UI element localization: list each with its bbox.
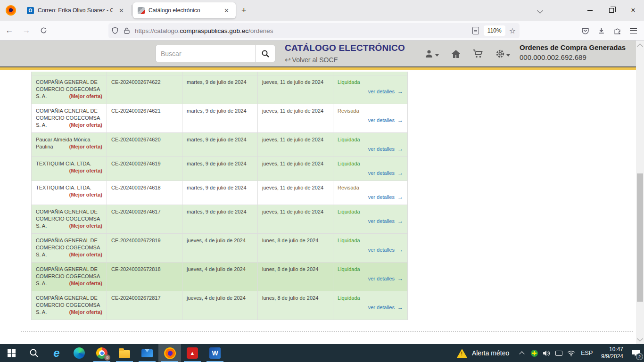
order-code-cell: CE-20240002674622 xyxy=(107,75,182,104)
taskbar-search-button[interactable] xyxy=(23,344,45,362)
search-button[interactable] xyxy=(256,45,275,62)
reload-icon[interactable] xyxy=(36,24,51,38)
windows-logo-icon xyxy=(8,349,16,357)
scroll-down-icon[interactable] xyxy=(637,336,643,342)
notification-center-button[interactable]: 2 xyxy=(628,344,644,362)
new-tab-button[interactable]: + xyxy=(237,6,251,16)
ver-detalles-link[interactable]: ver detalles→ xyxy=(368,146,403,153)
forward-icon[interactable]: → xyxy=(19,24,34,38)
issue-date-cell: martes, 9 de julio de 2024 xyxy=(182,75,257,104)
scrollbar-thumb[interactable] xyxy=(637,173,643,302)
reader-mode-icon[interactable] xyxy=(472,27,479,34)
arrow-right-icon: → xyxy=(397,117,403,123)
pocket-icon[interactable] xyxy=(577,24,593,38)
downloads-icon[interactable] xyxy=(593,24,609,38)
supplier-cell: Paucar Almeida Mónica Paulina (Mejor ofe… xyxy=(31,133,107,156)
cart-icon[interactable] xyxy=(473,49,483,58)
bookmark-star-icon[interactable]: ☆ xyxy=(509,26,516,35)
chrome-button[interactable]: G xyxy=(91,344,113,362)
date: 9/9/2024 xyxy=(601,353,623,360)
ver-detalles-link[interactable]: ver detalles→ xyxy=(368,117,403,124)
page-title: CATÁLOGO ELECTRÓNICO xyxy=(285,43,405,53)
ver-detalles-link[interactable]: ver detalles→ xyxy=(368,194,403,201)
file-explorer-button[interactable] xyxy=(113,344,136,362)
weather-widget[interactable]: Alerta méteo xyxy=(450,344,516,362)
ver-detalles-link[interactable]: ver detalles→ xyxy=(368,275,403,282)
extensions-puzzle-icon[interactable] xyxy=(609,24,625,38)
acrobat-button[interactable]: ▲ xyxy=(181,344,204,362)
shield-icon[interactable] xyxy=(111,27,119,34)
cast-display-icon[interactable] xyxy=(553,344,565,362)
mail-button[interactable] xyxy=(136,344,158,362)
search-icon xyxy=(29,348,39,358)
status-cell: Liquidada ver detalles→ xyxy=(333,157,408,181)
ver-detalles-link[interactable]: ver detalles→ xyxy=(368,170,403,177)
tab-title: Correo: Erika Olivo Suarez - Out xyxy=(38,7,113,14)
zoom-level-button[interactable]: 110% xyxy=(484,25,505,36)
order-code-cell: CE-20240002674618 xyxy=(107,181,182,205)
tab-catalogo[interactable]: Catálogo electrónico ✕ xyxy=(133,2,236,18)
order-row: Paucar Almeida Mónica Paulina (Mejor ofe… xyxy=(31,133,408,157)
url-text[interactable]: https://catalogo.compraspublicas.gob.ec/… xyxy=(135,27,472,34)
page-scrollbar[interactable] xyxy=(636,41,644,345)
status-badge: Liquidada xyxy=(338,79,403,86)
ver-detalles-link[interactable]: ver detalles→ xyxy=(368,88,403,95)
home-icon[interactable] xyxy=(451,49,461,58)
word-button[interactable]: W xyxy=(204,344,226,362)
issue-date-cell: martes, 9 de julio de 2024 xyxy=(182,104,257,132)
order-row: COMPAÑIA GENERAL DE COMERCIO COGECOMSA S… xyxy=(31,291,408,320)
edge-button[interactable] xyxy=(68,344,91,362)
table-row-partial xyxy=(31,72,408,75)
start-button[interactable] xyxy=(0,344,23,362)
menu-hamburger-icon[interactable] xyxy=(625,24,641,38)
issue-date-cell: martes, 9 de julio de 2024 xyxy=(182,205,257,233)
language-indicator[interactable]: ESP xyxy=(577,350,596,356)
accept-date-cell: jueves, 11 de julio de 2024 xyxy=(257,104,333,132)
acrobat-icon: ▲ xyxy=(187,347,198,359)
arrow-right-icon: → xyxy=(397,146,403,152)
tab-title: Catálogo electrónico xyxy=(149,7,218,14)
settings-gear-icon[interactable] xyxy=(495,49,510,58)
orders-generated-label: Ordenes de Compra Generadas xyxy=(520,43,633,51)
status-badge: Revisada xyxy=(338,107,403,115)
tray-chevron-up-icon[interactable] xyxy=(516,344,528,362)
antivirus-tray-icon[interactable] xyxy=(528,344,540,362)
search-input[interactable] xyxy=(156,45,256,62)
site-header: CATÁLOGO ELECTRÓNICO ↩Volver al SOCE Ord… xyxy=(0,41,644,70)
wifi-icon[interactable] xyxy=(565,344,577,362)
issue-date-cell: martes, 9 de julio de 2024 xyxy=(182,133,257,156)
outlook-favicon: O xyxy=(27,7,34,14)
url-bar[interactable]: https://catalogo.compraspublicas.gob.ec/… xyxy=(108,23,520,38)
volume-icon[interactable] xyxy=(540,344,553,362)
tab-close-icon[interactable]: ✕ xyxy=(117,6,126,15)
ver-detalles-link[interactable]: ver detalles→ xyxy=(368,304,403,311)
orders-table: COMPAÑIA GENERAL DE COMERCIO COGECOMSA S… xyxy=(31,72,408,320)
restore-button[interactable] xyxy=(601,0,622,21)
taskbar: e G ▲ W Alerta méteo ESP xyxy=(0,344,644,362)
dotted-separator xyxy=(21,331,633,332)
tab-list-chevron-icon[interactable] xyxy=(529,0,551,21)
clock[interactable]: 10:47 9/9/2024 xyxy=(596,346,628,360)
issue-date-cell: jueves, 4 de julio de 2024 xyxy=(182,234,257,262)
ver-detalles-link[interactable]: ver detalles→ xyxy=(368,247,403,254)
scroll-up-icon[interactable] xyxy=(637,43,643,49)
ver-detalles-link[interactable]: ver detalles→ xyxy=(368,218,403,225)
user-menu-icon[interactable] xyxy=(424,49,439,58)
best-offer-label: (Mejor oferta) xyxy=(69,309,102,316)
volver-al-soce-link[interactable]: ↩Volver al SOCE xyxy=(285,56,338,64)
minimize-button[interactable] xyxy=(579,0,601,21)
tab-close-icon[interactable]: ✕ xyxy=(222,6,231,15)
accept-date-cell: lunes, 8 de julio de 2024 xyxy=(257,234,333,262)
best-offer-label: (Mejor oferta) xyxy=(69,280,102,287)
tab-outlook[interactable]: O Correo: Erika Olivo Suarez - Out ✕ xyxy=(22,2,131,18)
lock-icon[interactable] xyxy=(124,27,130,34)
soce-favicon xyxy=(138,7,145,14)
back-icon[interactable]: ← xyxy=(2,24,17,38)
firefox-logo-icon[interactable] xyxy=(6,5,16,16)
internet-explorer-button[interactable]: e xyxy=(45,344,68,362)
firefox-button[interactable] xyxy=(158,344,181,362)
order-code-cell: CE-20240002674620 xyxy=(107,133,182,156)
close-button[interactable]: × xyxy=(622,0,644,21)
accept-date-cell: lunes, 8 de julio de 2024 xyxy=(257,291,333,320)
tab-separator xyxy=(132,5,132,16)
